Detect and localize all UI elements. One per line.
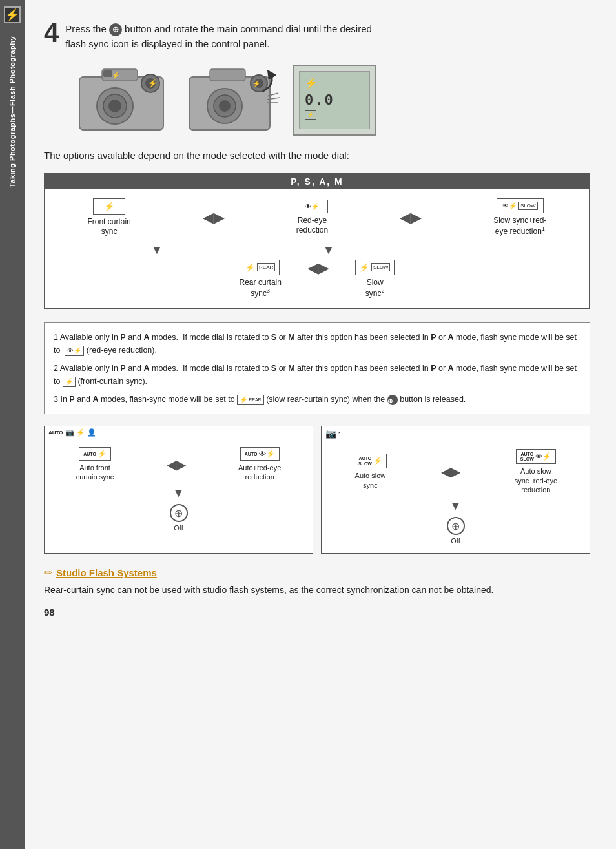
arrow-1: ◀▶ [203,209,225,226]
page-number: 98 [44,607,590,618]
studio-title: Studio Flash Systems [56,567,157,578]
camera-images: ⚡ ⚡ [76,64,590,136]
psam-content: ⚡ Front curtainsync ◀▶ 👁⚡ Red-eyereducti… [45,189,589,308]
auto-box-left-header: AUTO 📷 ⚡ 👤 [45,426,313,439]
auto-red-eye: AUTO 👁⚡ Auto+red-eyereduction [238,447,281,482]
arrow-3: ◀▶ [307,260,329,277]
auto-front-curtain: AUTO ⚡ Auto frontcurtain sync [76,447,114,482]
notes-section: 1 Available only in P and A modes. If mo… [44,322,590,414]
slow-sync-icon: ⚡ SLOW [355,260,395,275]
main-content: 4 Press the ⊕ button and rotate the main… [25,0,616,849]
auto-right-arrow-down: ▼ [327,499,584,513]
auto-slow-sync-label: Auto slowsync [355,471,386,490]
front-curtain-icon: ⚡ [93,198,125,215]
front-curtain-label: Front curtainsync [87,217,130,237]
note-1: 1 Available only in P and A modes. If mo… [54,331,580,357]
sidebar-label: Taking Photographs—Flash Photography [8,36,17,187]
note3-icon: ⚡REAR [237,395,263,405]
studio-text: Rear-curtain sync can not be used with s… [44,583,590,597]
auto-box-left: AUTO 📷 ⚡ 👤 AUTO ⚡ Auto frontcurtain sync [44,426,313,554]
auto-arrow: ◀▶ [167,457,186,472]
svg-rect-14 [210,69,245,81]
note-2: 2 Available only in P and A modes. If mo… [54,362,580,388]
off-circle-left: ⊕ [170,504,188,522]
auto-box-left-content: AUTO ⚡ Auto frontcurtain sync ◀▶ AUTO 👁⚡… [45,439,313,541]
psam-header: P, S, A, M [45,174,589,189]
arrow-down-2: ▼ [323,244,334,257]
svg-text:⚡: ⚡ [148,78,158,88]
sidebar-flash-icon: ⚡ [4,6,21,23]
auto-left-off: ⊕ Off [50,504,307,532]
psam-arrows-down: ▼ ▼ [52,244,582,257]
lcd-number: 0.0 [305,92,334,108]
svg-rect-9 [103,70,112,77]
camera-svg-1: ⚡ ⚡ [76,64,176,134]
off-circle-right: ⊕ [447,517,465,535]
red-eye-label: Red-eyereduction [296,216,328,236]
options-text: The options available depend on the mode… [44,149,590,163]
red-eye-item: 👁⚡ Red-eyereduction [296,200,328,236]
slow-sync-item: ⚡ SLOW Slowsync2 [355,260,395,299]
step-number: 4 [44,19,59,47]
svg-text:⚡: ⚡ [112,71,120,79]
svg-point-3 [108,100,121,112]
studio-flash-header: ✏ Studio Flash Systems [44,567,590,579]
auto-front-curtain-icon: AUTO ⚡ [79,447,111,461]
note3-button: ⊕ [387,395,398,405]
auto-slow-red-eye-label: Auto slowsync+red-eyereduction [515,466,557,494]
off-label-left: Off [50,523,307,532]
auto-box-right-header: 📷* [322,426,590,441]
note2-icon: ⚡ [63,377,76,387]
auto-right-arrow: ◀▶ [441,464,460,479]
camera-rotation-view: ⚡ [183,64,286,136]
slow-sync-label: Slowsync2 [365,278,385,299]
rear-curtain-item: ⚡ REAR Rear curtainsync3 [240,260,282,299]
auto-red-eye-label: Auto+red-eyereduction [238,463,281,482]
sidebar: ⚡ Taking Photographs—Flash Photography [0,0,25,849]
front-curtain-item: ⚡ Front curtainsync [87,198,130,237]
auto-left-sync-row: AUTO ⚡ Auto frontcurtain sync ◀▶ AUTO 👁⚡… [50,447,307,482]
slow-red-eye-item: 👁⚡ SLOW Slow sync+red-eye reduction1 [493,198,546,237]
auto-front-curtain-label: Auto frontcurtain sync [76,463,114,482]
auto-left-arrow-down: ▼ [50,487,307,500]
camera-top-view-1: ⚡ ⚡ [76,64,176,136]
step-button-icon: ⊕ [109,23,122,36]
camera-svg-2: ⚡ [183,64,286,134]
arrow-2: ◀▶ [400,209,422,226]
note1-icon: 👁⚡ [65,346,84,356]
slow-red-eye-label: Slow sync+red-eye reduction1 [493,216,546,237]
lcd-panel: ⚡ 0.0 ⚡ [293,65,376,136]
auto-slow-red-eye-icon: AUTO SLOW 👁⚡ [516,449,556,464]
rear-curtain-label: Rear curtainsync3 [240,278,282,299]
lcd-sub-icon: ⚡ [305,110,316,120]
off-label-right: Off [327,536,584,545]
lcd-display: ⚡ 0.0 ⚡ [299,71,370,129]
auto-right-sync-row: AUTO SLOW ⚡ Auto slowsync ◀▶ AUTO [327,449,584,494]
svg-point-13 [219,100,231,112]
step-header: 4 Press the ⊕ button and rotate the main… [44,19,590,51]
slow-red-eye-icon: 👁⚡ SLOW [497,198,544,213]
svg-text:⚡: ⚡ [252,79,261,88]
auto-slow-red-eye: AUTO SLOW 👁⚡ Auto slowsync+red-eyereduct… [515,449,557,494]
note-3: 3 In P and A modes, flash-sync mode will… [54,393,580,406]
psam-row-2: ⚡ REAR Rear curtainsync3 ◀▶ ⚡ SLOW Slows… [52,260,582,299]
auto-modes-row: AUTO 📷 ⚡ 👤 AUTO ⚡ Auto frontcurtain sync [44,426,590,554]
arrow-down-1: ▼ [151,244,163,257]
auto-box-right: 📷* AUTO SLOW ⚡ Auto slowsync [321,426,590,554]
auto-slow-sync-icon: AUTO SLOW ⚡ [354,454,387,468]
psam-box: P, S, A, M ⚡ Front curtainsync ◀▶ 👁⚡ [44,173,590,309]
auto-box-right-content: AUTO SLOW ⚡ Auto slowsync ◀▶ AUTO [322,441,590,554]
auto-red-eye-icon: AUTO 👁⚡ [240,447,280,461]
rear-curtain-icon: ⚡ REAR [241,260,280,275]
studio-flash-section: ✏ Studio Flash Systems Rear-curtain sync… [44,567,590,597]
red-eye-icon: 👁⚡ [296,200,328,213]
step-text: Press the ⊕ button and rotate the main c… [65,19,371,51]
auto-right-off: ⊕ Off [327,517,584,545]
pencil-icon: ✏ [44,567,52,579]
lcd-flash-icon: ⚡ [305,77,318,89]
auto-slow-sync: AUTO SLOW ⚡ Auto slowsync [354,454,387,490]
psam-row-1: ⚡ Front curtainsync ◀▶ 👁⚡ Red-eyereducti… [52,198,582,237]
